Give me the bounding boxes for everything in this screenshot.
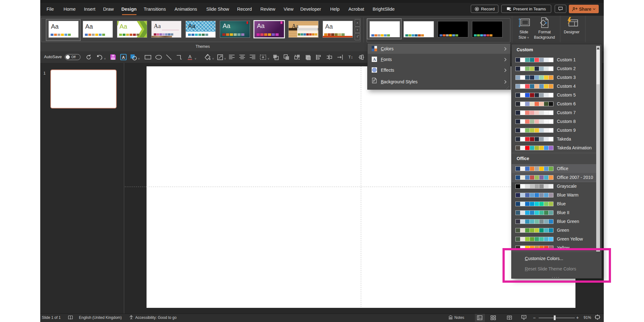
svg-text:A: A (373, 57, 376, 62)
svg-text:A: A (188, 54, 192, 59)
svg-text:T↕: T↕ (348, 55, 353, 59)
svg-text:A: A (122, 55, 125, 60)
